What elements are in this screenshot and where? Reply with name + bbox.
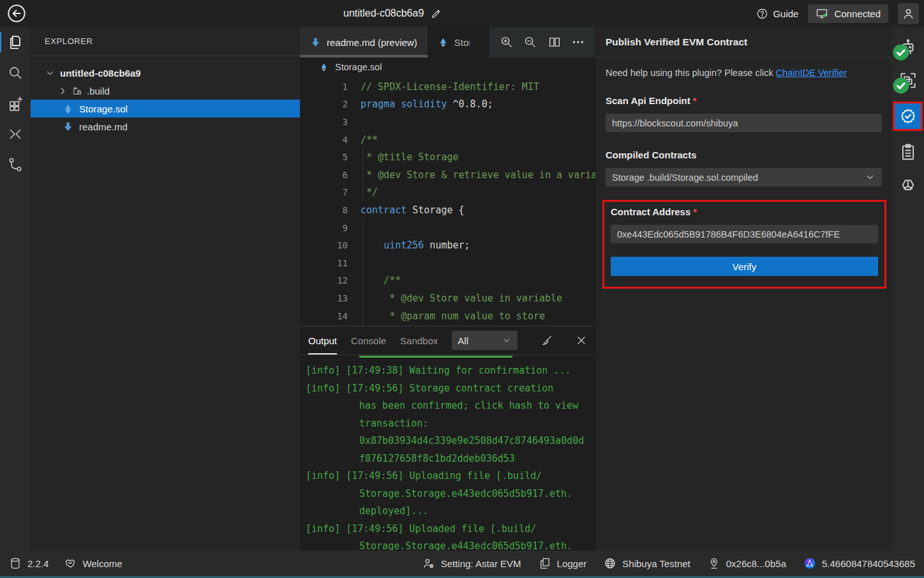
code-text: contract Storage { [348,204,465,216]
verified-badge-icon [899,107,917,125]
code-line: 7 */ [300,184,595,202]
balance-indicator[interactable]: 5.4660847840543685 [803,557,915,570]
setting-indicator[interactable]: Setting: Astar EVM [422,557,521,570]
help-text-static: Need help using this plugin? Please clic… [606,68,773,78]
tab-sandbox[interactable]: Sandbox [400,326,438,354]
plugin-openai-button[interactable] [891,169,924,202]
plugin-scan-button[interactable] [891,64,924,97]
close-panel-icon[interactable] [575,334,588,347]
zoom-out-icon[interactable] [523,35,537,49]
contract-address-label: Contract Address* [611,206,878,217]
network-indicator[interactable]: Shibuya Testnet [604,557,690,570]
guide-button[interactable]: Guide [756,8,798,20]
code-line: 8contract Storage { [300,201,595,219]
code-line: 6 * @dev Store & retrieve value in a var… [300,166,595,184]
log-line: has been confirmed; click hash to view [300,397,595,415]
zoom-in-icon[interactable] [500,35,514,49]
database-icon [9,557,22,570]
code-line: 9 [300,219,595,237]
edit-pencil-icon[interactable] [430,8,442,20]
build-folder-icon [72,86,83,96]
required-asterisk: * [693,95,697,106]
right-activity-bar [891,27,924,551]
verify-button[interactable]: Verify [611,257,878,276]
tab-console[interactable]: Console [351,326,386,354]
more-actions-icon[interactable] [571,35,585,49]
line-number: 14 [300,311,348,321]
line-number: 10 [300,240,348,250]
markdown-arrow-icon [63,121,73,132]
welcome-button[interactable]: Welcome [64,557,122,570]
output-panel: Output Console Sandbox All [info] [17:49… [300,326,595,551]
compiled-contracts-label: Compiled Contracts [606,149,882,160]
version-label: 2.2.4 [27,558,48,569]
log-line: deployed]... [300,503,595,521]
code-text: // SPDX-License-Identifier: MIT [348,81,539,93]
astar-icon [803,557,816,570]
compiled-contracts-select[interactable]: Storage .build/Storage.sol.compiled [606,168,882,186]
line-number: 7 [300,187,348,197]
activity-extensions-button[interactable] [0,88,31,119]
tab-storage-sol[interactable]: Stor [428,27,470,57]
split-editor-icon[interactable] [548,35,562,49]
tab-output[interactable]: Output [308,326,337,354]
clipped-log-line [359,356,512,358]
log-line: [info] [17:49:56] Storage contract creat… [300,380,595,398]
plugin-panel-title: Publish Verified EVM Contract [596,27,891,57]
tree-item-storage-sol[interactable]: Storage.sol [31,100,300,118]
activity-collapse-button[interactable] [0,119,31,149]
line-number: 3 [300,117,348,127]
tree-root-folder[interactable]: untitled-c08cb6a9 [31,64,300,82]
readme-md-label: readme.md [79,121,128,132]
logger-label: Logger [557,558,587,569]
root-folder-label: untitled-c08cb6a9 [60,68,141,79]
plugin-verifier-button[interactable] [893,102,923,131]
clear-output-icon[interactable] [540,334,553,347]
code-editor[interactable]: Storage.sol 1// SPDX-License-Identifier:… [300,57,595,326]
git-branch-icon [7,156,24,173]
plugin-clipboard-button[interactable] [891,135,924,169]
activity-files-button[interactable] [0,27,31,57]
code-line: 5 * @title Storage [300,148,595,166]
avatar-button[interactable] [898,3,919,24]
scan-api-input[interactable] [606,114,882,132]
connected-button[interactable]: Connected [808,4,888,23]
extensions-icon [7,95,24,112]
logger-button[interactable]: Logger [539,557,587,570]
file-tree: untitled-c08cb6a9 .build Storage.sol rea… [31,56,300,135]
output-log[interactable]: [info] [17:49:38] Waiting for confirmati… [300,356,595,551]
avatar-icon [902,7,915,20]
logger-icon [539,557,551,570]
tab-readme-preview[interactable]: readme.md (preview) [300,27,428,57]
log-filter-value: All [458,335,468,346]
wallet-address-indicator[interactable]: 0x26c8...0b5a [708,557,786,570]
monitor-online-icon [816,7,828,20]
build-folder-label: .build [87,86,110,96]
collapse-icon [7,126,24,142]
back-icon[interactable] [6,3,27,24]
code-text: /** [348,275,401,286]
ethereum-icon [319,63,329,72]
welcome-label: Welcome [82,558,122,569]
code-line: 14 * @param num value to store [300,307,595,325]
activity-git-button[interactable] [0,149,31,180]
version-indicator[interactable]: 2.2.4 [9,557,48,570]
code-text: uint256 number; [348,240,470,251]
code-line: 13 * @dev Store value in variable [300,289,595,307]
top-bar: untitled-c08cb6a9 Guide Connected [0,0,924,27]
question-circle-icon [756,8,768,20]
left-activity-bar [0,27,31,551]
log-filter-dropdown[interactable]: All [452,331,518,350]
chainide-verifier-link[interactable]: ChainIDE Verifier [776,68,847,78]
log-line: transaction: [300,415,595,433]
contract-address-input[interactable] [611,225,878,243]
activity-search-button[interactable] [0,57,31,88]
log-line: 0x87b03934d4c339e9e2508d47c8746493a0d0d [300,432,595,450]
connected-label: Connected [834,8,881,19]
files-icon [7,34,24,50]
tree-item-readme-md[interactable]: readme.md [31,118,300,135]
storage-sol-label: Storage.sol [79,103,128,114]
tree-item-build[interactable]: .build [31,82,300,100]
plugin-ai-button[interactable] [891,31,924,64]
code-lines: 1// SPDX-License-Identifier: MIT2pragma … [300,78,595,324]
